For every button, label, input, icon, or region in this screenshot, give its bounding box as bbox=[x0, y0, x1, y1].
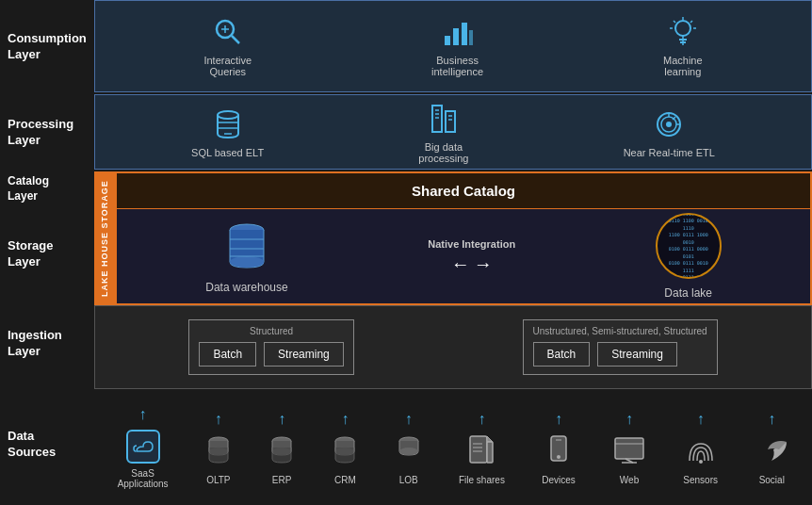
oltp-item: ↑ OLTP bbox=[205, 411, 232, 485]
big-data-item: Big dataprocessing bbox=[418, 101, 468, 164]
svg-rect-7 bbox=[469, 30, 473, 45]
datasources-layer: ↑ SaaSApplications ↑ bbox=[94, 391, 812, 505]
oltp-arrow: ↑ bbox=[215, 411, 222, 428]
sensors-item: ↑ Sensors bbox=[683, 411, 718, 485]
lob-item: ↑ LOB bbox=[396, 411, 422, 485]
oltp-label: OLTP bbox=[206, 475, 230, 485]
saas-icon bbox=[126, 430, 160, 464]
crm-arrow: ↑ bbox=[341, 411, 349, 428]
machine-learning-label: Machinelearning bbox=[663, 55, 703, 77]
lakehouse-content: Shared Catalog bbox=[115, 171, 812, 305]
svg-point-46 bbox=[399, 448, 418, 455]
bulb-icon bbox=[665, 14, 701, 50]
fileshares-item: ↑ File shares bbox=[459, 411, 505, 485]
svg-rect-21 bbox=[432, 106, 442, 132]
shared-catalog-title: Shared Catalog bbox=[412, 183, 515, 199]
lob-icon bbox=[396, 434, 422, 470]
lob-label: LOB bbox=[399, 475, 418, 485]
svg-rect-4 bbox=[445, 36, 450, 45]
crm-item: ↑ CRM bbox=[332, 411, 358, 485]
warehouse-label: Data warehouse bbox=[205, 281, 287, 294]
consumption-layer: InteractiveQueries Businessintelligence bbox=[94, 0, 812, 92]
fileshares-arrow: ↑ bbox=[478, 411, 485, 428]
sensors-label: Sensors bbox=[683, 475, 718, 485]
data-lake-icon: 0011 1001 0110 0111 0110 1100 0010 1110 … bbox=[656, 213, 722, 279]
svg-rect-22 bbox=[446, 111, 455, 132]
svg-rect-56 bbox=[615, 438, 643, 459]
svg-rect-6 bbox=[462, 23, 467, 45]
svg-line-13 bbox=[674, 21, 675, 23]
native-integration: Native Integration ← → bbox=[428, 238, 515, 275]
interactive-queries-label: InteractiveQueries bbox=[203, 55, 252, 77]
sql-elt-item: SQL based ELT bbox=[191, 106, 264, 158]
svg-point-30 bbox=[666, 122, 672, 127]
svg-point-17 bbox=[218, 111, 238, 119]
content-column: InteractiveQueries Businessintelligence bbox=[94, 0, 812, 505]
lob-arrow: ↑ bbox=[405, 411, 413, 428]
devices-icon bbox=[545, 434, 572, 470]
storage-layer: Data warehouse Native Integration ← → bbox=[117, 209, 810, 303]
lakehouse-side-label: LAKE HOUSE STORAGE bbox=[94, 171, 115, 305]
web-icon bbox=[612, 434, 646, 470]
machine-learning-item: Machinelearning bbox=[663, 14, 703, 77]
unstructured-streaming-button[interactable]: Streaming bbox=[597, 342, 677, 367]
web-label: Web bbox=[620, 475, 639, 485]
chart-icon bbox=[440, 14, 476, 50]
crm-label: CRM bbox=[334, 475, 356, 485]
unstructured-title: Unstructured, Semi-structured, Structure… bbox=[533, 326, 707, 336]
main-container: Consumption Layer Processing Layer Catal… bbox=[0, 0, 812, 505]
datalake-label: Data lake bbox=[664, 286, 712, 300]
oltp-icon bbox=[205, 434, 232, 470]
arrow-right-icon: → bbox=[474, 253, 493, 275]
data-lake-item: 0011 1001 0110 0111 0110 1100 0010 1110 … bbox=[656, 213, 722, 300]
sensors-arrow: ↑ bbox=[697, 411, 705, 428]
svg-rect-5 bbox=[453, 28, 459, 45]
fileshares-label: File shares bbox=[459, 475, 505, 485]
web-arrow: ↑ bbox=[625, 411, 633, 428]
processing-layer: SQL based ELT Big dataprocessing bbox=[94, 94, 812, 170]
web-item: ↑ Web bbox=[612, 411, 646, 485]
unstructured-group: Unstructured, Semi-structured, Structure… bbox=[523, 319, 718, 375]
saas-arrow: ↑ bbox=[139, 406, 147, 423]
social-label: Social bbox=[759, 475, 785, 485]
interactive-queries-item: InteractiveQueries bbox=[203, 14, 252, 77]
social-icon bbox=[755, 434, 788, 470]
database-icon bbox=[210, 106, 246, 142]
search-icon bbox=[210, 14, 246, 50]
svg-rect-47 bbox=[470, 436, 487, 463]
realtime-etl-item: Near Real-time ETL bbox=[624, 106, 715, 158]
structured-group: Structured Batch Streaming bbox=[188, 319, 353, 375]
structured-title: Structured bbox=[199, 326, 343, 336]
arrow-left-icon: ← bbox=[451, 253, 470, 275]
svg-marker-48 bbox=[487, 436, 493, 442]
unstructured-batch-button[interactable]: Batch bbox=[533, 342, 591, 367]
business-intelligence-item: Businessintelligence bbox=[431, 14, 483, 77]
svg-point-60 bbox=[699, 460, 703, 464]
devices-arrow: ↑ bbox=[555, 411, 562, 428]
saas-label: SaaSApplications bbox=[118, 468, 169, 489]
svg-point-8 bbox=[675, 21, 690, 36]
devices-label: Devices bbox=[542, 475, 576, 485]
svg-line-1 bbox=[232, 36, 239, 43]
svg-rect-49 bbox=[487, 442, 493, 463]
storage-layer-label: StorageLayer bbox=[0, 207, 94, 301]
social-item: ↑ Social bbox=[755, 411, 788, 485]
erp-icon bbox=[268, 434, 295, 470]
bigdata-icon bbox=[426, 101, 462, 137]
data-warehouse-item: Data warehouse bbox=[205, 219, 287, 294]
erp-label: ERP bbox=[272, 475, 292, 485]
crm-icon bbox=[332, 434, 358, 470]
catalog-layer: Shared Catalog bbox=[117, 173, 810, 209]
integration-label: Native Integration bbox=[428, 238, 515, 250]
erp-arrow: ↑ bbox=[278, 411, 285, 428]
sql-elt-label: SQL based ELT bbox=[191, 147, 264, 158]
fileshares-icon bbox=[466, 434, 496, 470]
warehouse-icon bbox=[221, 219, 272, 273]
structured-batch-button[interactable]: Batch bbox=[199, 342, 256, 367]
svg-point-54 bbox=[557, 455, 560, 459]
structured-streaming-button[interactable]: Streaming bbox=[264, 342, 344, 367]
lakehouse-section: LAKE HOUSE STORAGE Shared Catalog bbox=[94, 171, 812, 305]
ingestion-layer-label: Ingestion Layer bbox=[0, 301, 94, 386]
ingestion-layer: Structured Batch Streaming Unstructured,… bbox=[94, 305, 812, 388]
business-intelligence-label: Businessintelligence bbox=[431, 55, 483, 77]
